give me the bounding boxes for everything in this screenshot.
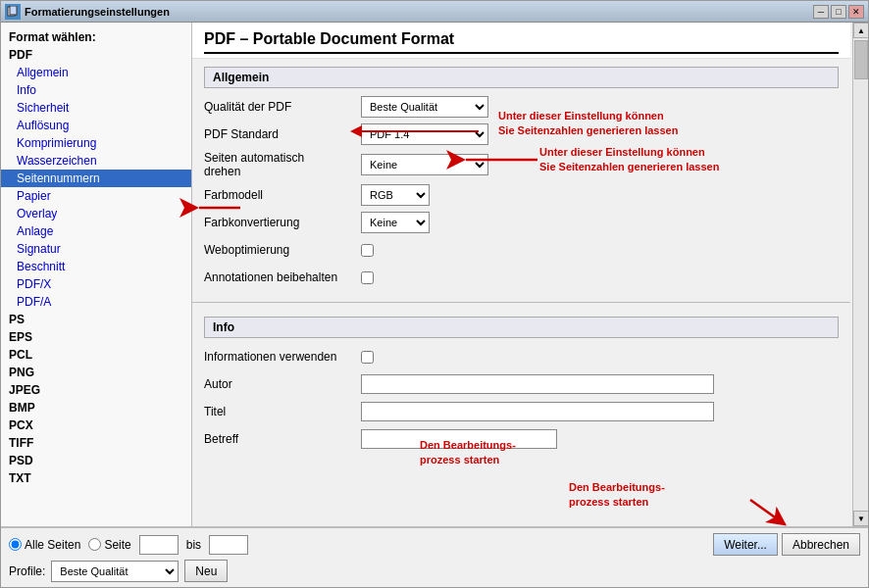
weiter-button[interactable]: Weiter...	[713, 533, 778, 556]
window-title: Formatierungseinstellungen	[25, 6, 813, 18]
alle-seiten-text: Alle Seiten	[25, 538, 80, 552]
abbrechen-button[interactable]: Abbrechen	[782, 533, 860, 556]
seite-text: Seite	[104, 538, 130, 552]
pdf-standard-select[interactable]: PDF 1.4 PDF 1.5 PDF 1.6 PDF/A-1b	[361, 123, 488, 145]
farbmodell-select[interactable]: RGB CMYK Graustufen	[361, 184, 430, 206]
sidebar-item-seitennummern[interactable]: Seitennummern	[1, 170, 191, 187]
sidebar-item-info[interactable]: Info	[1, 81, 191, 99]
info-section: Info Informationen verwenden Autor	[192, 309, 850, 493]
sidebar-item-ps[interactable]: PS	[1, 311, 191, 328]
main-window: Formatierungseinstellungen ─ □ ✕ Format …	[0, 0, 869, 588]
close-button[interactable]: ✕	[848, 5, 864, 19]
profile-label: Profile:	[9, 564, 45, 578]
seite-to-input[interactable]	[209, 535, 248, 555]
betreff-label: Betreff	[204, 432, 361, 446]
pdf-standard-label: PDF Standard	[204, 127, 361, 141]
info-verwenden-row: Informationen verwenden	[204, 346, 839, 368]
weboptimierung-checkbox[interactable]	[361, 244, 374, 257]
qualitaet-select[interactable]: Beste Qualität Hohe Qualität Standard	[361, 96, 488, 118]
page-range-group: Alle Seiten Seite bis	[9, 535, 248, 555]
farbkonvertierung-select[interactable]: Keine In RGB In CMYK	[361, 212, 430, 233]
titel-label: Titel	[204, 405, 361, 418]
betreff-row: Betreff Den Bearbeitungs- prozess starte…	[204, 428, 839, 450]
scrollbar[interactable]: ▲ ▼	[852, 23, 868, 526]
seiten-drehen-label: Seiten automatischdrehen	[204, 151, 361, 178]
content-scroll[interactable]: PDF – Portable Document Format Allgemein…	[192, 23, 852, 526]
titel-input[interactable]	[361, 402, 714, 421]
minimize-button[interactable]: ─	[813, 5, 829, 19]
sidebar-header: Format wählen:	[1, 26, 191, 46]
titel-row: Titel	[204, 401, 839, 422]
sidebar-item-txt[interactable]: TXT	[1, 469, 191, 487]
sidebar-item-tiff[interactable]: TIFF	[1, 434, 191, 452]
alle-seiten-label[interactable]: Alle Seiten	[9, 538, 80, 552]
neu-button[interactable]: Neu	[184, 560, 228, 582]
bis-label: bis	[186, 538, 201, 552]
weiter-container: Weiter...	[713, 533, 778, 556]
weboptimierung-row: Weboptimierung	[204, 239, 839, 261]
content-panel: PDF – Portable Document Format Allgemein…	[192, 23, 868, 526]
sidebar-item-pdfx[interactable]: PDF/X	[1, 275, 191, 293]
svg-rect-1	[10, 6, 17, 15]
seiten-drehen-control: Keine Alle Einzeln	[361, 154, 488, 175]
seiten-drehen-row: Seiten automatischdrehen Keine Alle Einz…	[204, 151, 839, 178]
info-verwenden-control	[361, 351, 374, 364]
sidebar-item-allgemein[interactable]: Allgemein	[1, 64, 191, 81]
sidebar-item-bmp[interactable]: BMP	[1, 399, 191, 416]
sidebar-item-overlay[interactable]: Overlay	[1, 205, 191, 222]
autor-label: Autor	[204, 377, 361, 391]
sidebar-item-png[interactable]: PNG	[1, 364, 191, 381]
pdf-standard-control: PDF 1.4 PDF 1.5 PDF 1.6 PDF/A-1b	[361, 123, 488, 145]
seite-radio[interactable]	[88, 538, 101, 551]
sidebar-item-wasserzeichen[interactable]: Wasserzeichen	[1, 152, 191, 170]
sidebar-item-komprimierung[interactable]: Komprimierung	[1, 134, 191, 152]
sidebar-item-aufloesung[interactable]: Auflösung	[1, 117, 191, 134]
scroll-up-button[interactable]: ▲	[853, 23, 868, 38]
seiten-drehen-select[interactable]: Keine Alle Einzeln	[361, 154, 488, 175]
sidebar-item-beschnitt[interactable]: Beschnitt	[1, 258, 191, 275]
sidebar-item-pdf[interactable]: PDF	[1, 46, 191, 64]
profile-select[interactable]: Beste Qualität Standard Hohe Qualität	[51, 561, 179, 582]
sidebar-item-signatur[interactable]: Signatur	[1, 240, 191, 258]
sidebar-item-jpeg[interactable]: JPEG	[1, 381, 191, 399]
autor-input[interactable]	[361, 374, 714, 394]
info-header: Info	[204, 317, 839, 338]
sidebar-item-sicherheit[interactable]: Sicherheit	[1, 99, 191, 117]
farbkonvertierung-row: Farbkonvertierung Keine In RGB In CMYK	[204, 212, 839, 233]
section-divider	[192, 302, 850, 303]
sidebar-item-eps[interactable]: EPS	[1, 328, 191, 346]
qualitaet-control: Beste Qualität Hohe Qualität Standard	[361, 96, 488, 118]
sidebar-item-papier[interactable]: Papier	[1, 187, 191, 205]
titel-control	[361, 402, 714, 421]
sidebar-item-pcl[interactable]: PCL	[1, 346, 191, 364]
annotationen-checkbox[interactable]	[361, 271, 374, 284]
farbmodell-label: Farbmodell	[204, 188, 361, 202]
farbmodell-row: Farbmodell RGB CMYK Graustufen	[204, 184, 839, 206]
annotationen-row: Annotationen beibehalten	[204, 267, 839, 288]
sidebar-item-pdfa[interactable]: PDF/A	[1, 293, 191, 311]
sidebar-item-pcx[interactable]: PCX	[1, 416, 191, 434]
maximize-button[interactable]: □	[831, 5, 846, 19]
sidebar-item-psd[interactable]: PSD	[1, 452, 191, 469]
annotationen-label: Annotationen beibehalten	[204, 270, 361, 284]
scroll-down-button[interactable]: ▼	[853, 511, 868, 526]
weboptimierung-control	[361, 244, 374, 257]
window-controls: ─ □ ✕	[813, 5, 864, 19]
allgemein-header: Allgemein	[204, 67, 839, 88]
callout2-text: Den Bearbeitungs- prozess starten	[420, 438, 516, 468]
main-area: Format wählen: PDF Allgemein Info Sicher…	[1, 23, 868, 526]
qualitaet-label: Qualität der PDF	[204, 100, 361, 114]
scroll-thumb[interactable]	[854, 40, 868, 79]
bottom-bar: Alle Seiten Seite bis Weiter... Abbreche…	[1, 526, 868, 587]
allgemein-section: Allgemein Qualität der PDF Beste Qualitä…	[192, 59, 850, 302]
info-verwenden-checkbox[interactable]	[361, 351, 374, 364]
alle-seiten-radio[interactable]	[9, 538, 22, 551]
pdf-standard-row: PDF Standard PDF 1.4 PDF 1.5 PDF 1.6 PDF…	[204, 123, 839, 145]
sidebar-item-anlage[interactable]: Anlage	[1, 222, 191, 240]
seite-label[interactable]: Seite	[88, 538, 130, 552]
bottom-row1: Alle Seiten Seite bis Weiter... Abbreche…	[9, 533, 860, 556]
farbkonvertierung-label: Farbkonvertierung	[204, 216, 361, 229]
farbkonvertierung-control: Keine In RGB In CMYK	[361, 212, 430, 233]
scroll-track[interactable]	[853, 38, 868, 511]
seite-from-input[interactable]	[139, 535, 179, 555]
